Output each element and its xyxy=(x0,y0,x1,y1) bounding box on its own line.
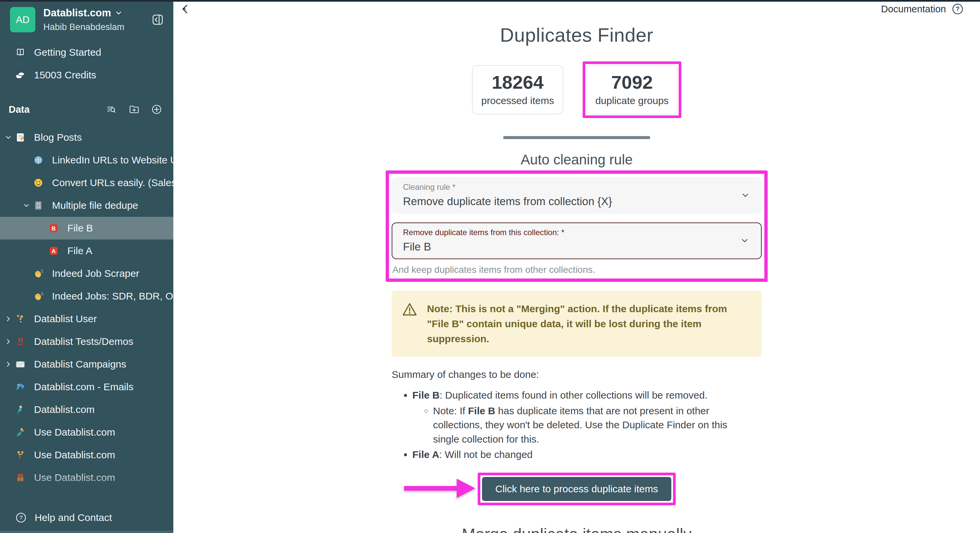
summary-note-file-b: Note: If File B has duplicate items that… xyxy=(433,404,743,447)
collections-tree: Blog Posts LinkedIn URLs to Website URLs… xyxy=(0,126,173,502)
chevron-right-icon[interactable] xyxy=(5,338,12,345)
tree-item-indeed-job-scraper[interactable]: Indeed Job Scraper xyxy=(0,262,173,285)
cleaning-rule-select[interactable]: Cleaning rule * Remove duplicate items f… xyxy=(392,177,762,214)
help-circle-icon: ? xyxy=(951,3,964,15)
chevron-right-icon[interactable] xyxy=(5,316,12,322)
cleaning-rule-label: Cleaning rule * xyxy=(403,182,750,192)
progress-bar xyxy=(503,136,650,139)
summary-section: Summary of changes to be done: File B: D… xyxy=(392,369,762,463)
sidebar-item-getting-started[interactable]: Getting Started xyxy=(0,41,173,64)
tree-item-file-b[interactable]: B File B xyxy=(0,217,173,239)
chevron-down-icon xyxy=(115,10,123,17)
stat-value: 7092 xyxy=(611,73,653,92)
tree-item-multiple-file-dedupe[interactable]: Multiple file dedupe xyxy=(0,194,173,217)
ocean-wave-icon xyxy=(15,382,25,392)
main-panel: Documentation ? Duplicates Finder 18264 … xyxy=(173,2,980,533)
svg-text:B: B xyxy=(52,225,56,232)
tree-item-indeed-jobs-sdr[interactable]: Indeed Jobs: SDR, BDR, Outbound xyxy=(0,285,173,308)
stat-card-duplicate-groups: 7092 duplicate groups xyxy=(586,65,678,115)
chevron-down-icon[interactable] xyxy=(5,134,12,141)
warning-triangle-icon xyxy=(402,301,418,317)
waving-hand-icon xyxy=(33,268,43,279)
tree-item-datablist-campaigns[interactable]: Datablist Campaigns xyxy=(0,353,173,375)
annotation-box-duplicate-groups: 7092 duplicate groups xyxy=(583,61,681,118)
annotation-arrow xyxy=(404,477,477,501)
back-button[interactable] xyxy=(179,2,193,16)
tree-item-datablist-user[interactable]: Datablist User xyxy=(0,308,173,330)
workspace-header[interactable]: AD Datablist.com Habib Benabdeslam xyxy=(0,2,173,38)
process-duplicates-button[interactable]: Click here to process duplicate items xyxy=(482,477,672,501)
chevron-down-icon xyxy=(740,190,750,201)
summary-heading: Summary of changes to be done: xyxy=(392,369,762,380)
sidebar: AD Datablist.com Habib Benabdeslam Ge xyxy=(0,2,173,533)
wrestlers-icon xyxy=(15,450,25,460)
sidebar-bottom-edge xyxy=(0,531,173,533)
annotation-box-cleaning-form: Cleaning rule * Remove duplicate items f… xyxy=(386,171,768,282)
help-circle-icon: ? xyxy=(15,512,27,523)
stats-row: 18264 processed items 7092 duplicate gro… xyxy=(472,61,681,118)
tree-item-convert-urls[interactable]: Convert URLs easily. (Sales Nav xyxy=(0,171,173,194)
documentation-link[interactable]: Documentation ? xyxy=(881,3,964,15)
collection-label: Remove duplicate items from this collect… xyxy=(403,228,750,237)
folder-plus-icon[interactable] xyxy=(129,104,139,115)
tree-item-use-datablist-3[interactable]: Use Datablist.com xyxy=(0,466,173,489)
svg-text:A: A xyxy=(52,248,56,254)
envelope-icon xyxy=(15,359,25,369)
merge-manually-heading: Merge duplicate items manually xyxy=(462,525,691,533)
stat-label: processed items xyxy=(481,95,554,106)
file-cabinet-icon xyxy=(33,201,43,211)
safety-vest-icon xyxy=(15,472,25,483)
stat-value: 18264 xyxy=(492,73,544,92)
cleaning-rule-value: Remove duplicate items from collection {… xyxy=(403,195,750,208)
tree-item-blog-posts[interactable]: Blog Posts xyxy=(0,126,173,149)
tree-item-datablist-tests[interactable]: Datablist Tests/Demos xyxy=(0,330,173,353)
book-icon xyxy=(15,47,25,57)
b-button-icon: B xyxy=(49,223,59,233)
collection-select[interactable]: Remove duplicate items from this collect… xyxy=(392,222,762,259)
tree-item-use-datablist-1[interactable]: Use Datablist.com xyxy=(0,421,173,444)
genie-icon xyxy=(15,405,25,415)
merman-icon xyxy=(15,427,25,437)
tree-item-linkedin-urls[interactable]: LinkedIn URLs to Website URLs xyxy=(0,149,173,171)
svg-text:?: ? xyxy=(956,6,960,12)
collection-helper-text: And keep duplicates items from other col… xyxy=(392,265,761,275)
chevron-right-icon[interactable] xyxy=(5,361,12,367)
warning-text: Note: This is not a "Merging" action. If… xyxy=(427,301,752,346)
warning-alert: Note: This is not a "Merging" action. If… xyxy=(392,290,762,357)
auto-cleaning-heading: Auto cleaning rule xyxy=(521,152,633,168)
sidebar-item-help-contact[interactable]: ? Help and Contact xyxy=(0,502,173,533)
collapse-sidebar-icon[interactable] xyxy=(152,14,163,26)
documentation-label: Documentation xyxy=(881,4,946,15)
tree-item-use-datablist-4[interactable]: Use Datablist.com xyxy=(0,489,173,502)
summary-item-file-a: File A: Will not be changed xyxy=(412,448,762,462)
user-name: Habib Benabdeslam xyxy=(43,22,152,32)
a-button-icon: A xyxy=(49,246,59,256)
stat-label: duplicate groups xyxy=(595,95,669,106)
coins-icon xyxy=(15,70,25,80)
globe-icon xyxy=(33,155,43,165)
sidebar-item-label: Getting Started xyxy=(34,47,101,58)
avatar: AD xyxy=(10,7,35,32)
collection-value: File B xyxy=(403,241,750,253)
svg-text:?: ? xyxy=(19,515,22,521)
list-search-icon[interactable] xyxy=(106,104,117,115)
workspace-name[interactable]: Datablist.com xyxy=(43,7,111,19)
page-title: Duplicates Finder xyxy=(500,24,653,46)
memo-icon xyxy=(15,132,25,142)
circle-plus-icon[interactable] xyxy=(151,104,162,115)
chevron-down-icon[interactable] xyxy=(23,202,30,209)
summary-item-file-b: File B: Duplicated items found in other … xyxy=(412,388,762,446)
data-section-title: Data xyxy=(9,104,30,115)
handball-player-icon xyxy=(15,314,25,324)
tree-item-datablist-com[interactable]: Datablist.com xyxy=(0,398,173,421)
chevron-down-icon xyxy=(740,236,750,246)
smiley-icon xyxy=(33,178,43,188)
safety-vest-icon xyxy=(15,495,25,502)
sidebar-item-credits[interactable]: 15003 Credits xyxy=(0,64,173,86)
tree-item-file-a[interactable]: A File A xyxy=(0,239,173,262)
tree-item-use-datablist-2[interactable]: Use Datablist.com xyxy=(0,444,173,466)
waving-hand-icon xyxy=(33,291,43,301)
tree-item-datablist-emails[interactable]: Datablist.com - Emails xyxy=(0,375,173,398)
stat-card-processed-items: 18264 processed items xyxy=(472,65,563,115)
sidebar-item-label: 15003 Credits xyxy=(34,69,96,81)
